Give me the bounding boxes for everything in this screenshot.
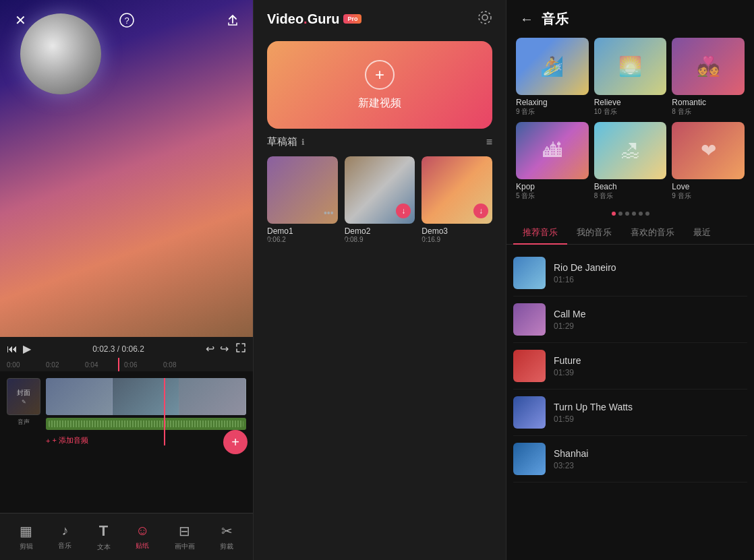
ruler-marks: 0:00 0:02 0:04 0:06 0:08 xyxy=(7,361,246,369)
music-info-3: Future 01:39 xyxy=(554,355,747,377)
add-clip-button[interactable]: + xyxy=(223,430,248,454)
add-icon: + xyxy=(46,437,50,445)
draft-download-3[interactable]: ↓ xyxy=(473,204,488,218)
new-video-plus-icon: + xyxy=(365,60,395,90)
music-info-1: Rio De Janeiro 01:16 xyxy=(554,262,747,284)
music-name-4: Turn Up The Watts xyxy=(554,402,747,412)
tool-sticker[interactable]: ☺ 贴纸 xyxy=(136,523,149,551)
undo-button[interactable]: ↩ xyxy=(206,342,214,355)
category-relieve[interactable]: 🌅 Relieve 10 音乐 xyxy=(591,35,670,119)
add-audio-button[interactable]: + + 添加音频 xyxy=(46,435,246,445)
music-name-5: Shanhai xyxy=(554,448,747,459)
ruler-0:02: 0:02 xyxy=(46,361,85,369)
category-romantic[interactable]: 💑 Romantic 8 音乐 xyxy=(669,35,747,119)
music-duration-4: 01:59 xyxy=(554,414,747,424)
cut-icon: ✂ xyxy=(221,523,233,539)
tool-music[interactable]: ♪ 音乐 xyxy=(58,523,71,551)
music-header: ← 音乐 xyxy=(506,0,754,35)
music-name-2: Call Me xyxy=(554,309,747,319)
category-thumb-romantic: 💑 xyxy=(672,38,745,95)
dot-5 xyxy=(639,212,643,216)
settings-icon xyxy=(477,10,492,25)
clips-label: 剪辑 xyxy=(20,542,33,551)
category-count-romantic: 8 音乐 xyxy=(672,107,745,117)
music-duration-1: 01:16 xyxy=(554,275,747,284)
sticker-icon: ☺ xyxy=(136,523,149,538)
playhead xyxy=(118,358,119,371)
category-thumb-kpop: 🏙 xyxy=(516,122,589,179)
draft-more-button-1[interactable]: ••• xyxy=(324,208,334,218)
category-kpop[interactable]: 🏙 Kpop 5 音乐 xyxy=(513,119,591,204)
category-love[interactable]: ❤ Love 9 音乐 xyxy=(669,119,747,204)
ruler-0:06: 0:06 xyxy=(124,361,163,369)
fullscreen-button[interactable] xyxy=(235,342,246,355)
audio-track[interactable] xyxy=(46,418,246,430)
play-pause-button[interactable]: ▶ xyxy=(23,342,31,355)
video-preview: ✕ ? xyxy=(0,0,253,337)
draft-item-3[interactable]: ↓ Demo3 0:16.9 xyxy=(422,156,492,243)
music-item-3[interactable]: Future 01:39 xyxy=(513,343,747,390)
video-strip[interactable] xyxy=(46,378,246,415)
drafts-grid: ••• Demo1 0:06.2 ↓ Demo2 0:08.9 xyxy=(267,156,492,243)
music-item-2[interactable]: Call Me 01:29 xyxy=(513,297,747,343)
back-button[interactable]: ← xyxy=(520,11,533,27)
category-count-beach: 8 音乐 xyxy=(594,191,667,201)
tool-cut[interactable]: ✂ 剪裁 xyxy=(220,523,233,551)
music-thumb-3 xyxy=(513,350,546,382)
category-name-kpop: Kpop xyxy=(516,182,589,191)
left-panel: ✕ ? ⏮ ▶ 0:02.3 / 0:06.2 ↩ ↪ xyxy=(0,0,253,560)
dot-4 xyxy=(632,212,636,216)
settings-button[interactable] xyxy=(477,10,492,28)
music-item-1[interactable]: Rio De Janeiro 01:16 xyxy=(513,250,747,297)
help-button[interactable]: ? xyxy=(117,10,137,30)
bottom-toolbar: ▦ 剪辑 ♪ 音乐 T 文本 ☺ 贴纸 ⊟ 画中画 ✂ 剪裁 xyxy=(0,513,253,560)
category-name-romantic: Romantic xyxy=(672,98,745,107)
category-relaxing[interactable]: 🏄 Relaxing 9 音乐 xyxy=(513,35,591,119)
help-icon: ? xyxy=(119,13,134,28)
draft-info-2: Demo2 0:08.9 xyxy=(345,224,415,243)
draft-duration-1: 0:06.2 xyxy=(267,236,338,243)
new-video-button[interactable]: + 新建视频 xyxy=(267,41,492,129)
tab-recommended[interactable]: 推荐音乐 xyxy=(513,221,567,244)
draft-download-2[interactable]: ↓ xyxy=(396,204,411,218)
music-duration-5: 03:23 xyxy=(554,461,747,470)
category-count-relieve: 10 音乐 xyxy=(594,107,667,117)
close-button[interactable]: ✕ xyxy=(10,10,30,30)
category-grid: 🏄 Relaxing 9 音乐 🌅 Relieve 10 音乐 💑 Romant… xyxy=(506,35,754,204)
music-thumb-1 xyxy=(513,257,546,289)
tab-recent[interactable]: 最近 xyxy=(684,221,720,244)
edit-cover-icon: ✎ xyxy=(22,399,26,405)
category-name-relieve: Relieve xyxy=(594,98,667,107)
draft-item-2[interactable]: ↓ Demo2 0:08.9 xyxy=(345,156,415,243)
dot-6 xyxy=(645,212,649,216)
time-display: 0:02.3 / 0:06.2 xyxy=(38,344,199,354)
tool-clips[interactable]: ▦ 剪辑 xyxy=(20,523,33,551)
draft-thumbnail-2: ↓ xyxy=(345,156,415,224)
draft-item-1[interactable]: ••• Demo1 0:06.2 xyxy=(267,156,338,243)
music-item-4[interactable]: Turn Up The Watts 01:59 xyxy=(513,390,747,436)
tool-text[interactable]: T 文本 xyxy=(97,522,111,552)
draft-info-3: Demo3 0:16.9 xyxy=(422,224,492,243)
text-label: 文本 xyxy=(97,542,111,552)
music-item-5[interactable]: Shanhai 03:23 xyxy=(513,436,747,483)
undo-redo-controls: ↩ ↪ xyxy=(206,342,229,355)
moon-decoration xyxy=(20,13,101,94)
music-thumb-2 xyxy=(513,303,546,336)
svg-text:?: ? xyxy=(124,15,129,26)
cover-thumbnail[interactable]: 封面 ✎ xyxy=(7,378,40,415)
music-info-2: Call Me 01:29 xyxy=(554,309,747,331)
category-count-love: 9 音乐 xyxy=(672,191,745,201)
cut-label: 剪裁 xyxy=(220,542,233,551)
audio-waveform xyxy=(49,421,243,427)
tab-favorites[interactable]: 喜欢的音乐 xyxy=(621,221,684,244)
draft-info-1: Demo1 0:06.2 xyxy=(267,224,338,243)
tool-pip[interactable]: ⊟ 画中画 xyxy=(175,523,195,551)
category-thumb-beach: 🏖 xyxy=(594,122,667,179)
ruler-0:00: 0:00 xyxy=(7,361,46,369)
share-button[interactable] xyxy=(223,10,243,30)
category-beach[interactable]: 🏖 Beach 8 音乐 xyxy=(591,119,670,204)
drafts-menu-button[interactable]: ≡ xyxy=(486,136,492,148)
skip-back-button[interactable]: ⏮ xyxy=(7,343,18,355)
redo-button[interactable]: ↪ xyxy=(220,342,229,355)
tab-my-music[interactable]: 我的音乐 xyxy=(567,221,621,244)
